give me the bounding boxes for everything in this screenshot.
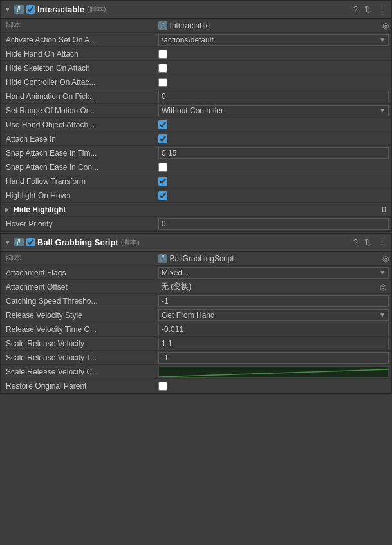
- script-value-interactable: # Interactable ◎: [158, 21, 391, 30]
- row-activate-action: Activate Action Set On A... \actions\def…: [1, 33, 391, 47]
- value-hand-follow: [158, 177, 391, 186]
- header-icons-interactable: ? ⇅ ⋮: [352, 5, 387, 14]
- ball-header-left: # Ball Grabbing Script (脚本): [5, 237, 350, 247]
- row-hand-animation: Hand Animation On Pick...: [1, 89, 391, 104]
- ball-grabbing-rows: 脚本 # BallGrabbingScript ◎ Attachment Fla…: [1, 252, 391, 393]
- graph-scale-release[interactable]: [158, 366, 389, 378]
- value-scale-release-velocity-t[interactable]: [158, 352, 391, 364]
- value-hand-animation[interactable]: [158, 91, 391, 102]
- row-attach-ease-in: Attach Ease In: [1, 132, 391, 146]
- collapse-arrow-ball[interactable]: [5, 239, 11, 246]
- label-snap-ease-time: Snap Attach Ease In Tim...: [1, 149, 158, 158]
- value-release-velocity-style[interactable]: Get From Hand ▼: [158, 309, 391, 321]
- hide-highlight-section: ▶ Hide Highlight 0: [1, 203, 391, 217]
- row-hide-skeleton: Hide Skeleton On Attach: [1, 61, 391, 75]
- dropdown-release-velocity-style[interactable]: Get From Hand ▼: [158, 309, 389, 321]
- checkbox-attach-ease-in[interactable]: [158, 134, 167, 143]
- value-use-hand-object: [158, 120, 391, 129]
- dropdown-arrow-attachment-flags: ▼: [379, 269, 386, 276]
- input-scale-release-velocity[interactable]: [158, 338, 389, 349]
- label-hide-controller: Hide Controller On Attac...: [1, 78, 158, 87]
- input-scale-release-velocity-t[interactable]: [158, 352, 389, 364]
- value-scale-release-velocity[interactable]: [158, 338, 391, 349]
- label-release-velocity-style: Release Velocity Style: [1, 311, 158, 320]
- checkbox-hide-hand[interactable]: [158, 50, 167, 59]
- header-left: # Interactable (脚本): [5, 5, 350, 14]
- value-hover-priority[interactable]: [158, 218, 391, 230]
- enabled-checkbox-ball[interactable]: [26, 238, 35, 246]
- hide-highlight-arrow[interactable]: ▶: [1, 206, 14, 213]
- label-attach-ease-in: Attach Ease In: [1, 134, 158, 143]
- hide-highlight-label: Hide Highlight: [14, 205, 382, 214]
- attachment-offset-target-icon[interactable]: ◎: [380, 282, 386, 291]
- value-hide-hand: [158, 50, 391, 59]
- value-catching-speed[interactable]: [158, 295, 391, 307]
- input-catching-speed[interactable]: [158, 295, 389, 307]
- value-hide-skeleton: [158, 64, 391, 73]
- checkbox-hide-skeleton[interactable]: [158, 64, 167, 73]
- target-icon-ball[interactable]: ◎: [382, 254, 389, 263]
- collapse-arrow-interactable[interactable]: [5, 6, 11, 13]
- checkbox-highlight-hover[interactable]: [158, 191, 167, 200]
- script-value-ball: # BallGrabbingScript ◎: [158, 254, 391, 263]
- value-scale-release-velocity-c[interactable]: [158, 366, 391, 378]
- ball-grabbing-subtitle: (脚本): [121, 237, 140, 247]
- value-activate-action[interactable]: \actions\default ▼: [158, 34, 391, 46]
- value-range-motion[interactable]: Without Controller ▼: [158, 105, 391, 116]
- checkbox-hand-follow[interactable]: [158, 177, 167, 186]
- settings-icon-interactable[interactable]: ⇅: [363, 5, 373, 14]
- label-release-velocity-time: Release Velocity Time O...: [1, 325, 158, 334]
- checkbox-hide-controller[interactable]: [158, 78, 167, 87]
- label-highlight-hover: Highlight On Hover: [1, 191, 158, 200]
- script-badge-interactable: #: [158, 21, 167, 30]
- settings-icon-ball[interactable]: ⇅: [363, 237, 373, 247]
- dropdown-text-activate-action: \actions\default: [162, 35, 214, 44]
- interactable-subtitle: (脚本): [87, 5, 106, 14]
- label-hover-priority: Hover Priority: [1, 219, 158, 228]
- input-hand-animation[interactable]: [158, 91, 389, 102]
- label-activate-action: Activate Action Set On A...: [1, 35, 158, 44]
- question-icon-interactable[interactable]: ?: [352, 5, 359, 14]
- question-icon-ball[interactable]: ?: [352, 237, 359, 247]
- row-hide-hand: Hide Hand On Attach: [1, 47, 391, 61]
- checkbox-restore-parent[interactable]: [158, 382, 167, 391]
- more-icon-ball[interactable]: ⋮: [377, 237, 387, 247]
- label-hand-animation: Hand Animation On Pick...: [1, 92, 158, 101]
- value-attachment-flags[interactable]: Mixed... ▼: [158, 267, 391, 279]
- row-attachment-flags: Attachment Flags Mixed... ▼: [1, 266, 391, 280]
- value-release-velocity-time[interactable]: [158, 324, 391, 335]
- row-highlight-hover: Highlight On Hover: [1, 189, 391, 203]
- dropdown-attachment-flags[interactable]: Mixed... ▼: [158, 267, 389, 279]
- label-catching-speed: Catching Speed Thresho...: [1, 297, 158, 306]
- dropdown-range-motion[interactable]: Without Controller ▼: [158, 105, 389, 116]
- label-scale-release-velocity-c: Scale Release Velocity C...: [1, 367, 158, 376]
- enabled-checkbox-interactable[interactable]: [26, 5, 35, 14]
- value-snap-ease-time[interactable]: [158, 147, 391, 159]
- input-release-velocity-time[interactable]: [158, 324, 389, 335]
- label-restore-parent: Restore Original Parent: [1, 382, 158, 391]
- graph-svg: [159, 367, 388, 378]
- dropdown-text-range-motion: Without Controller: [162, 106, 223, 115]
- attachment-offset-text: 无 (变换): [158, 281, 377, 292]
- row-hover-priority: Hover Priority: [1, 217, 391, 231]
- input-hover-priority[interactable]: [158, 218, 389, 230]
- label-attachment-flags: Attachment Flags: [1, 268, 158, 277]
- target-icon-interactable[interactable]: ◎: [382, 21, 389, 30]
- value-snap-ease-con: [158, 163, 391, 172]
- checkbox-snap-ease-con[interactable]: [158, 163, 167, 172]
- label-range-motion: Set Range Of Motion Or...: [1, 106, 158, 115]
- more-icon-interactable[interactable]: ⋮: [377, 5, 387, 14]
- script-badge-ball: #: [158, 254, 167, 263]
- script-row-interactable: 脚本 # Interactable ◎: [1, 19, 391, 33]
- interactable-header: # Interactable (脚本) ? ⇅ ⋮: [1, 1, 391, 19]
- input-snap-ease-time[interactable]: [158, 147, 389, 159]
- value-attachment-offset: 无 (变换) ◎: [158, 281, 391, 292]
- label-attachment-offset: Attachment Offset: [1, 282, 158, 291]
- dropdown-activate-action[interactable]: \actions\default ▼: [158, 34, 389, 46]
- script-label-interactable: 脚本: [1, 20, 158, 31]
- row-scale-release-velocity-c: Scale Release Velocity C...: [1, 365, 391, 379]
- checkbox-use-hand-object[interactable]: [158, 120, 167, 129]
- ball-grabbing-title: Ball Grabbing Script: [37, 237, 118, 247]
- label-hand-follow: Hand Follow Transform: [1, 177, 158, 186]
- dropdown-arrow-range-motion: ▼: [379, 107, 386, 114]
